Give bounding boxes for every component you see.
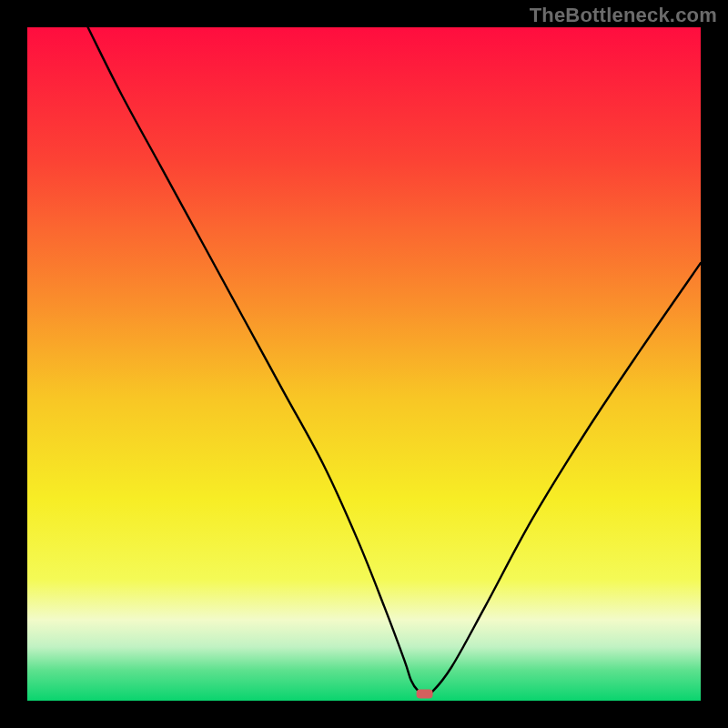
bottleneck-chart: [27, 27, 701, 701]
minimum-marker: [417, 690, 433, 699]
watermark-text: TheBottleneck.com: [530, 4, 717, 27]
plot-background: [27, 27, 701, 701]
chart-frame: TheBottleneck.com: [0, 0, 728, 728]
